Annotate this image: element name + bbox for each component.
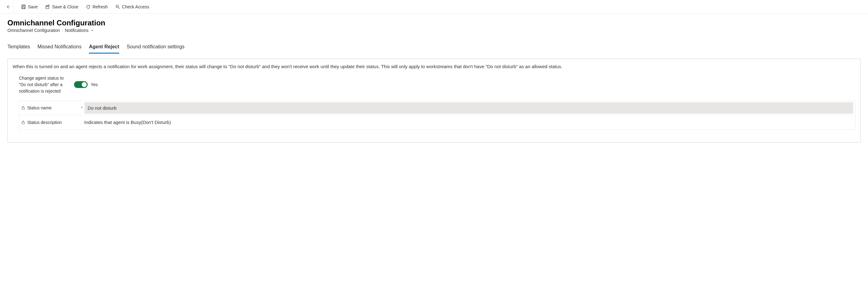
breadcrumb-view[interactable]: Notifications xyxy=(65,28,89,33)
toggle-switch[interactable] xyxy=(74,81,88,88)
page-title: Omnichannel Configuration xyxy=(7,19,861,27)
svg-rect-0 xyxy=(22,5,25,9)
check-access-button[interactable]: Check Access xyxy=(112,0,153,13)
field-label-status-name: Status name xyxy=(21,106,81,110)
tab-templates[interactable]: Templates xyxy=(7,41,30,54)
breadcrumb-separator: · xyxy=(62,28,63,33)
status-name-label-text: Status name xyxy=(27,106,52,110)
field-row-status-name: Status name * Do not disturb xyxy=(19,101,855,115)
svg-rect-4 xyxy=(46,6,48,6)
field-group: Status name * Do not disturb Status desc… xyxy=(19,101,855,130)
breadcrumb: Omnichannel Configuration · Notification… xyxy=(7,28,861,33)
refresh-label: Refresh xyxy=(93,4,108,9)
refresh-button[interactable]: Refresh xyxy=(82,0,112,13)
command-bar: Save Save & Close Refresh Check Access xyxy=(0,0,868,13)
field-row-status-description: Status description Indicates that agent … xyxy=(19,115,855,129)
save-close-button[interactable]: Save & Close xyxy=(41,0,82,13)
svg-rect-2 xyxy=(23,7,25,9)
tab-sound-notification-settings[interactable]: Sound notification settings xyxy=(127,41,185,54)
tab-list: Templates Missed Notifications Agent Rej… xyxy=(0,38,868,54)
page-header: Omnichannel Configuration Omnichannel Co… xyxy=(0,13,868,35)
save-close-icon xyxy=(45,4,50,9)
status-name-value: Do not disturb xyxy=(85,102,853,114)
status-description-label-text: Status description xyxy=(27,120,62,125)
back-button[interactable] xyxy=(2,0,13,13)
check-access-label: Check Access xyxy=(122,4,149,9)
field-label-status-description: Status description xyxy=(21,120,81,125)
svg-rect-1 xyxy=(23,5,25,6)
check-access-icon xyxy=(115,4,120,9)
panel-agent-reject: When this is turned on and an agent reje… xyxy=(7,59,861,143)
tab-agent-reject[interactable]: Agent Reject xyxy=(89,41,119,54)
lock-icon xyxy=(21,120,25,125)
status-description-value: Indicates that agent is Busy(Don't Distu… xyxy=(81,117,853,128)
tab-missed-notifications[interactable]: Missed Notifications xyxy=(37,41,82,54)
panel-description: When this is turned on and an agent reje… xyxy=(13,63,855,70)
toggle-thumb xyxy=(82,82,87,87)
chevron-down-icon[interactable] xyxy=(90,29,94,32)
save-label: Save xyxy=(28,4,38,9)
save-close-label: Save & Close xyxy=(52,4,79,9)
toggle-value-text: Yes xyxy=(91,82,98,87)
refresh-icon xyxy=(86,4,91,9)
toggle-row-change-status: Change agent status to "Do not disturb" … xyxy=(13,74,855,98)
toggle-control: Yes xyxy=(74,81,98,88)
svg-rect-6 xyxy=(22,108,25,109)
required-indicator: * xyxy=(81,106,85,110)
toggle-label: Change agent status to "Do not disturb" … xyxy=(19,75,65,94)
breadcrumb-entity: Omnichannel Configuration xyxy=(7,28,60,33)
lock-icon xyxy=(21,106,25,110)
save-button[interactable]: Save xyxy=(17,0,41,13)
arrow-left-icon xyxy=(6,4,10,9)
svg-rect-3 xyxy=(46,6,49,9)
save-icon xyxy=(21,4,26,9)
svg-rect-7 xyxy=(22,122,25,124)
